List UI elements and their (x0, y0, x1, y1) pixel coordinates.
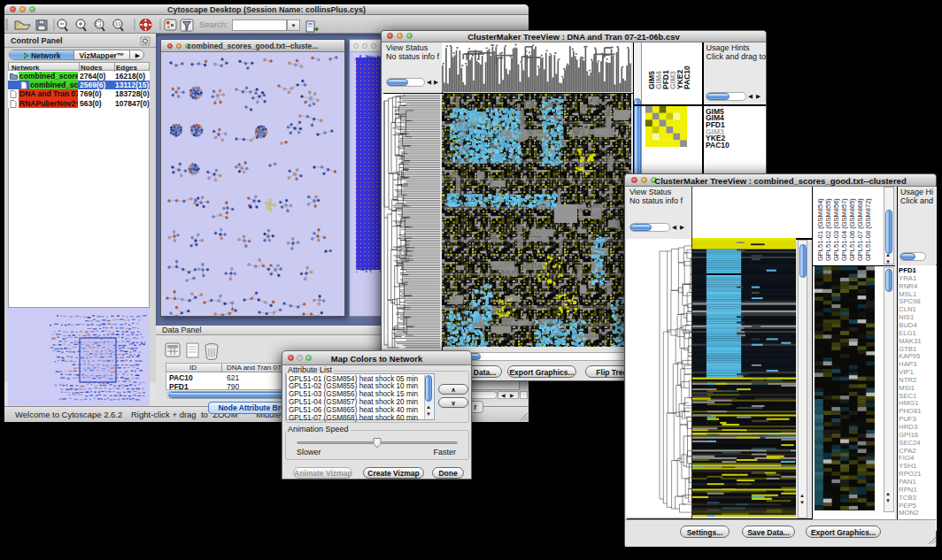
svg-text:Search:: Search: (199, 19, 228, 29)
svg-text:1:1: 1:1 (115, 22, 121, 27)
